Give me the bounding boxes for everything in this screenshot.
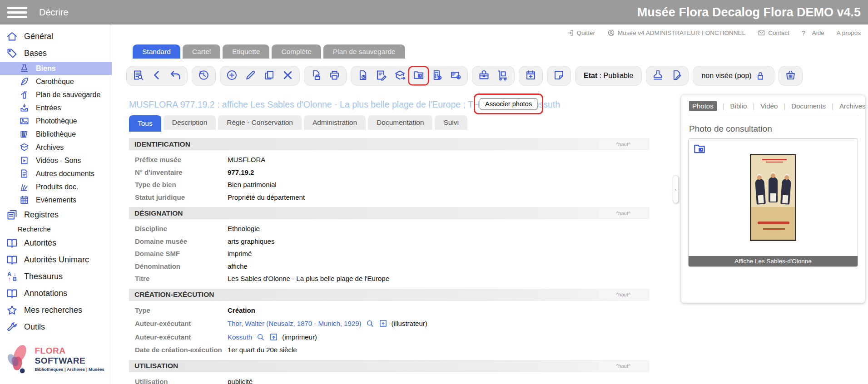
view-tab-standard[interactable]: Standard — [133, 44, 180, 59]
logo-software-text: SOFTWARE — [35, 356, 86, 365]
record-tab-tous[interactable]: Tous — [129, 115, 161, 132]
view-tab-cartel[interactable]: Cartel — [183, 44, 220, 59]
go-to-top-link[interactable]: ^haut^ — [599, 290, 648, 299]
associate-photos-button[interactable] — [409, 67, 428, 84]
sidebar-item-ev-nements[interactable]: Evènements — [0, 193, 112, 207]
toolbox-button[interactable] — [475, 67, 493, 84]
top-header-bar: Décrire Musée Flora Decalog Flora DEMO v… — [0, 0, 868, 25]
sidebar-item-entr-es[interactable]: Entrées — [0, 101, 112, 114]
media-tab-vidéo[interactable]: Vidéo — [760, 102, 778, 110]
edit-list-button[interactable] — [372, 67, 391, 84]
flora-logo-icon — [4, 340, 33, 377]
duplicate-record-button[interactable] — [260, 67, 278, 84]
sidebar-item-mes-recherches[interactable]: Mes recherches — [0, 302, 112, 319]
sidebar-item-archives[interactable]: Archives — [0, 141, 112, 154]
toolbar-group — [547, 66, 571, 86]
record-tab-r-gie-conservation[interactable]: Régie - Conservation — [218, 115, 302, 130]
book-open-icon — [6, 254, 18, 266]
sidebar-item-autorit-s[interactable]: Autorités — [0, 235, 112, 251]
sidebar-item-registres[interactable]: Registres — [0, 207, 112, 223]
field-row: Statut juridiquePropriété du département — [129, 191, 650, 204]
search-icon[interactable] — [256, 332, 265, 342]
go-to-top-link[interactable]: ^haut^ — [599, 140, 648, 148]
sidebar-item-g-n-ral[interactable]: Général — [0, 28, 112, 45]
go-to-top-link[interactable]: ^haut^ — [599, 362, 648, 370]
sidebar-item-bases[interactable]: Bases — [0, 45, 112, 62]
results-list-button[interactable] — [129, 67, 148, 84]
userbar-link-mus-e-v4-administrateur-fonctionnel[interactable]: Musée v4 ADMINISTRATEUR FONCTIONNEL — [607, 29, 745, 37]
authority-link[interactable]: Kossuth — [228, 333, 252, 341]
sidebar-item-plan-de-sauvegarde[interactable]: Plan de sauvegarde — [0, 88, 112, 101]
toolbar-group — [351, 66, 468, 86]
view-tab-etiquette[interactable]: Etiquette — [223, 44, 269, 59]
printer-button[interactable] — [325, 67, 344, 84]
record-tab-description[interactable]: Description — [164, 115, 216, 130]
media-tab-archives[interactable]: Archives — [839, 102, 866, 110]
red-annotation-box: Associer photos — [474, 94, 543, 114]
go-to-top-link[interactable]: ^haut^ — [599, 209, 648, 217]
userbar-link-a-propos[interactable]: A propos — [837, 30, 861, 36]
poster-thumbnail[interactable] — [750, 154, 796, 241]
media-tab-documents[interactable]: Documents — [791, 102, 826, 110]
sidebar-item-biens[interactable]: Biens — [0, 62, 112, 75]
add-event-button[interactable] — [521, 67, 540, 84]
media-tab-photos[interactable]: Photos — [689, 101, 717, 111]
trolley-icon — [496, 69, 509, 83]
record-tab-administration[interactable]: Administration — [304, 115, 366, 130]
record-tab-suivi[interactable]: Suivi — [435, 115, 467, 130]
open-record-icon[interactable] — [378, 319, 388, 328]
note-button[interactable] — [550, 67, 568, 84]
userbar-link-contact[interactable]: Contact — [758, 29, 789, 37]
sidebar-item-recherche[interactable]: Recherche — [0, 223, 112, 235]
edit-record-button[interactable] — [241, 67, 260, 84]
view-tab-compl-te[interactable]: Complète — [272, 44, 321, 59]
view-tab-plan-de-sauvegarde[interactable]: Plan de sauvegarde — [323, 44, 405, 59]
stamp-button[interactable] — [649, 67, 667, 84]
sidebar-item-vid-os-sons[interactable]: Vidéos - Sons — [0, 154, 112, 167]
list-edit-icon — [375, 69, 387, 83]
folder-image-icon[interactable] — [693, 142, 706, 156]
sidebar-item-outils[interactable]: Outils — [0, 319, 112, 335]
hamburger-menu-icon[interactable] — [7, 5, 27, 20]
sidebar-item-annotations[interactable]: Annotations — [0, 285, 112, 302]
previous-record-button[interactable] — [148, 67, 166, 84]
edit-icon — [244, 69, 257, 83]
export-package-button[interactable] — [391, 67, 409, 84]
sidebar-item-thesaurus[interactable]: A↓↑BThesaurus — [0, 268, 112, 285]
userbar-link-aide[interactable]: ?Aide — [802, 29, 824, 37]
delete-record-button[interactable] — [278, 67, 297, 84]
add-card-button[interactable] — [446, 67, 465, 84]
search-icon[interactable] — [365, 319, 375, 328]
panel-collapse-handle[interactable]: ‹ — [673, 175, 679, 203]
visa-pill[interactable]: non visée (pop) — [693, 66, 774, 86]
history-button[interactable] — [194, 67, 213, 84]
open-record-icon[interactable] — [269, 332, 278, 342]
sidebar-item-autres-documents[interactable]: Autres documents — [0, 167, 112, 180]
toolbar-group — [472, 66, 515, 86]
return-button[interactable] — [166, 67, 185, 84]
valuation-button[interactable] — [428, 67, 446, 84]
photo-caption: Affiche Les Sables-d'Olonne — [689, 256, 858, 266]
sidebar-item-biblioth-que[interactable]: Bibliothèque — [0, 128, 112, 141]
person-icon — [607, 29, 615, 37]
new-record-button[interactable] — [223, 67, 241, 84]
media-tab-biblio[interactable]: Biblio — [730, 102, 747, 110]
flora-logo: FLORA SOFTWARE Bibliothèques | Archives … — [0, 338, 112, 384]
authority-link[interactable]: Thor, Walter (Neusalz, 1870 - Munich, 19… — [228, 320, 362, 327]
field-row: Utilisationpublicité — [129, 375, 650, 384]
printer-icon — [328, 69, 341, 83]
movement-button[interactable] — [493, 67, 512, 84]
toolbar-group — [646, 66, 689, 86]
basket-button[interactable] — [781, 67, 800, 84]
sidebar-item-autorit-s-unimarc[interactable]: Autorités Unimarc — [0, 251, 112, 268]
print-record-button[interactable] — [307, 67, 325, 84]
sidebar-item-produits-doc-[interactable]: Produits doc. — [0, 180, 112, 193]
userbar-link-quitter[interactable]: Quitter — [566, 29, 595, 37]
sidebar-item-phototh-que[interactable]: Photothèque — [0, 114, 112, 128]
sign-document-button[interactable] — [667, 67, 686, 84]
field-row: DisciplineEthnologie — [129, 222, 650, 235]
attach-document-button[interactable] — [353, 67, 372, 84]
sidebar: GénéralBasesBiensCarothèquePlan de sauve… — [0, 25, 112, 384]
record-tab-documentation[interactable]: Documentation — [368, 115, 432, 130]
sidebar-item-caroth-que[interactable]: Carothèque — [0, 75, 112, 88]
